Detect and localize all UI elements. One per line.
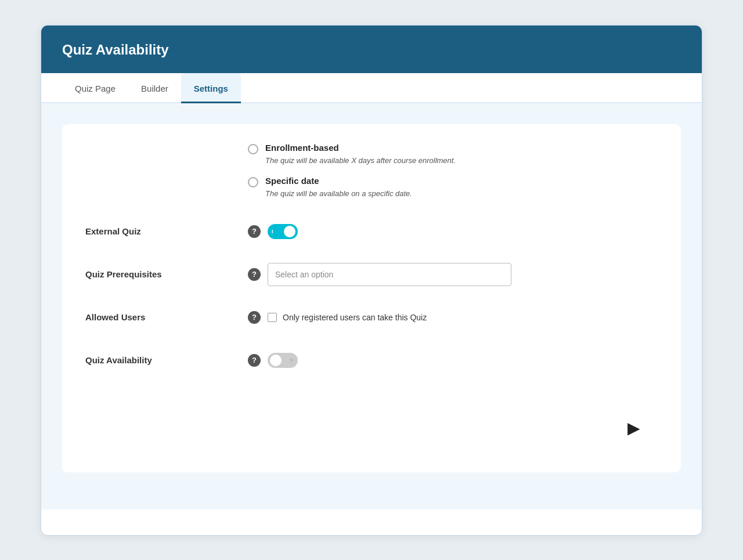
main-card: Quiz Availability Quiz Page Builder Sett…	[41, 25, 702, 536]
checkbox-label-registered-users: Only registered users can take this Quiz	[283, 313, 427, 322]
label-external-quiz: External Quiz	[85, 226, 248, 236]
setting-row-quiz-availability: Quiz Availability ?	[85, 348, 658, 373]
radio-specific-date-text: Specific date The quiz will be available…	[265, 176, 412, 198]
toggle-knob-availability	[270, 355, 282, 366]
setting-row-external-quiz: External Quiz ? I	[85, 219, 658, 244]
cursor: ▶	[627, 418, 640, 438]
settings-panel: Enrollment-based The quiz will be availa…	[62, 124, 681, 472]
setting-rows: External Quiz ? I Quiz Prerequisites ?	[85, 219, 658, 373]
radio-enrollment-desc: The quiz will be available X days after …	[265, 156, 456, 165]
radio-enrollment-label: Enrollment-based	[265, 143, 456, 153]
label-quiz-availability: Quiz Availability	[85, 355, 248, 365]
select-prerequisites[interactable]: Select an option	[268, 263, 511, 286]
label-allowed-users: Allowed Users	[85, 312, 248, 322]
tabs-bar: Quiz Page Builder Settings	[41, 73, 702, 103]
radio-enrollment-text: Enrollment-based The quiz will be availa…	[265, 143, 456, 165]
label-prerequisites: Quiz Prerequisites	[85, 269, 248, 279]
radio-specific-date-desc: The quiz will be available on a specific…	[265, 189, 412, 198]
radio-specific-date-label: Specific date	[265, 176, 412, 186]
help-icon-quiz-availability[interactable]: ?	[248, 354, 261, 367]
help-icon-allowed-users[interactable]: ?	[248, 311, 261, 324]
toggle-quiz-availability[interactable]	[268, 353, 298, 368]
toggle-on-label: I	[272, 229, 273, 234]
radio-specific-date-circle[interactable]	[248, 177, 258, 187]
content-area: Enrollment-based The quiz will be availa…	[41, 103, 702, 510]
help-icon-external-quiz[interactable]: ?	[248, 225, 261, 238]
checkbox-row-allowed-users: Only registered users can take this Quiz	[268, 313, 427, 322]
tab-quiz-page[interactable]: Quiz Page	[62, 73, 128, 103]
radio-option-enrollment: Enrollment-based The quiz will be availa…	[248, 143, 658, 165]
help-icon-prerequisites[interactable]: ?	[248, 268, 261, 281]
setting-row-allowed-users: Allowed Users ? Only registered users ca…	[85, 305, 658, 330]
setting-row-prerequisites: Quiz Prerequisites ? Select an option	[85, 262, 658, 287]
checkbox-registered-users[interactable]	[268, 313, 277, 322]
controls-prerequisites: ? Select an option	[248, 263, 658, 286]
radio-option-specific-date: Specific date The quiz will be available…	[248, 176, 658, 198]
toggle-dot-availability	[290, 359, 293, 362]
tab-settings[interactable]: Settings	[181, 73, 241, 103]
card-header: Quiz Availability	[41, 26, 702, 73]
toggle-knob-external-quiz	[284, 226, 295, 237]
controls-allowed-users: ? Only registered users can take this Qu…	[248, 311, 658, 324]
controls-external-quiz: ? I	[248, 224, 658, 239]
radio-enrollment-circle[interactable]	[248, 144, 258, 154]
toggle-external-quiz[interactable]: I	[268, 224, 298, 239]
availability-options: Enrollment-based The quiz will be availa…	[248, 143, 658, 198]
page-title: Quiz Availability	[62, 42, 681, 58]
tab-builder[interactable]: Builder	[128, 73, 181, 103]
controls-quiz-availability: ?	[248, 353, 658, 368]
